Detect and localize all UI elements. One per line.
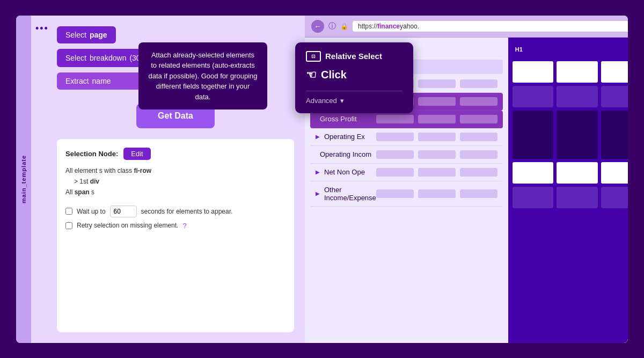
click-label: Click [321, 69, 347, 81]
grid-cell [601, 61, 628, 83]
relative-select-popup: ⊡ Relative Select ☜ Click Advanced ▾ [295, 42, 413, 113]
data-cell [376, 133, 414, 141]
info-icon: ⓘ [328, 21, 336, 31]
grid-cell-dark [601, 111, 628, 159]
select-page-pill[interactable]: Select page [57, 26, 116, 43]
h1-badge: H1 [513, 45, 525, 54]
lock-icon: 🔒 [340, 23, 348, 30]
data-cell [460, 97, 497, 106]
right-grid: H1 [508, 38, 628, 343]
row-label: ▶ Other Income/Expense [316, 186, 376, 202]
url-highlight: finance [377, 23, 400, 30]
row-label: Gross Profit [316, 115, 376, 123]
grid-cell [601, 187, 628, 208]
back-button[interactable]: ← [311, 20, 324, 33]
data-cells [376, 150, 497, 159]
grid-cell [513, 61, 554, 83]
row-label: ▶ Net Non Ope [316, 168, 376, 176]
data-cell [376, 150, 414, 159]
extract-label: Extract [65, 77, 89, 85]
tooltip-box: Attach already-selected elements to rela… [138, 42, 267, 110]
row-text: Operating Ex [324, 133, 365, 141]
grid-cell [513, 162, 554, 184]
page-value: page [90, 31, 107, 39]
url-bar[interactable]: https://financeyahoo. [353, 21, 628, 32]
data-cell [418, 79, 456, 88]
wait-seconds-input[interactable] [110, 206, 137, 217]
row-label: ▶ Operating Ex [316, 133, 376, 141]
data-cell [376, 189, 414, 198]
table-row[interactable]: Operating Incom [310, 146, 503, 164]
node-description: All element s with class fi-row > 1st di… [65, 165, 286, 198]
sidebar-label: main_template [16, 16, 31, 343]
data-cell [460, 168, 497, 177]
data-cell [460, 115, 497, 123]
grid-cell-dark [513, 111, 554, 159]
advanced-label: Advanced [306, 97, 337, 105]
h1-section: H1 [513, 42, 628, 58]
selection-node-label: Selection Node: [65, 150, 118, 158]
rs-icon: ⊡ [306, 51, 321, 62]
data-cells [376, 168, 497, 177]
data-cell [418, 189, 456, 198]
table-row[interactable]: ▶ Operating Ex [310, 128, 503, 146]
data-cell [460, 133, 497, 141]
row-text: Gross Profit [320, 115, 357, 123]
expand-icon: ▶ [316, 134, 320, 140]
retry-row: Retry selection on missing element. ? [65, 222, 286, 230]
select-label: Select [65, 31, 86, 39]
grid-cell [557, 162, 598, 184]
grid-cell [513, 86, 554, 107]
data-cell [418, 133, 456, 141]
wait-label: Wait up to [77, 208, 106, 215]
data-cell [376, 168, 414, 177]
selector-page-row: Select page [57, 26, 294, 43]
edit-button[interactable]: Edit [123, 148, 150, 160]
data-cell [418, 150, 456, 159]
row-text: Net Non Ope [324, 168, 365, 176]
grid-cell [513, 187, 554, 208]
retry-label: Retry selection on missing element. [77, 222, 178, 229]
wait-checkbox[interactable] [65, 208, 72, 215]
data-cells [376, 133, 497, 141]
table-row[interactable]: ▶ Net Non Ope [310, 164, 503, 181]
grid-cell [557, 86, 598, 107]
breakdown-value: breakdown [90, 54, 127, 62]
data-cells [376, 189, 497, 198]
expand-icon: ▶ [316, 169, 320, 175]
table-row[interactable]: ▶ Other Income/Expense [310, 181, 503, 207]
data-cell [460, 189, 497, 198]
grid-cell-dark [557, 111, 598, 159]
row-text: Other Income/Expense [324, 186, 376, 202]
relative-select-title: Relative Select [325, 52, 382, 61]
data-cell [418, 97, 456, 106]
main-container: main_template ••• Attach already-selecte… [16, 16, 628, 343]
bottom-panel: Selection Node: Edit All element s with … [57, 139, 294, 332]
relative-select-header: ⊡ Relative Select [306, 51, 402, 62]
grid-cell [557, 61, 598, 83]
wait-suffix: seconds for elements to appear. [141, 208, 233, 215]
expand-icon: ▶ [316, 191, 320, 196]
data-cell [460, 150, 497, 159]
retry-checkbox[interactable] [65, 222, 72, 229]
hand-icon: ☜ [306, 68, 317, 82]
tooltip-text: Attach already-selected elements to rela… [148, 51, 257, 101]
extract-value: name [92, 77, 111, 85]
left-panel: Attach already-selected elements to rela… [31, 16, 305, 343]
advanced-row[interactable]: Advanced ▾ [306, 91, 402, 105]
wait-row: Wait up to seconds for elements to appea… [65, 206, 286, 217]
grid-cell [557, 187, 598, 208]
data-cell [418, 115, 456, 123]
data-cell [460, 79, 497, 88]
data-cell [418, 168, 456, 177]
selection-node-row: Selection Node: Edit [65, 148, 286, 160]
row-text: Operating Incom [320, 150, 371, 158]
data-cells [376, 115, 497, 123]
grid-cell [601, 86, 628, 107]
click-row: ☜ Click [306, 68, 402, 82]
data-cell [376, 115, 414, 123]
help-icon[interactable]: ? [182, 222, 186, 230]
breakdown-select-label: Select [65, 54, 86, 62]
grid-cell [601, 162, 628, 184]
browser-bar: ← ⓘ 🔒 https://financeyahoo. [305, 16, 628, 38]
